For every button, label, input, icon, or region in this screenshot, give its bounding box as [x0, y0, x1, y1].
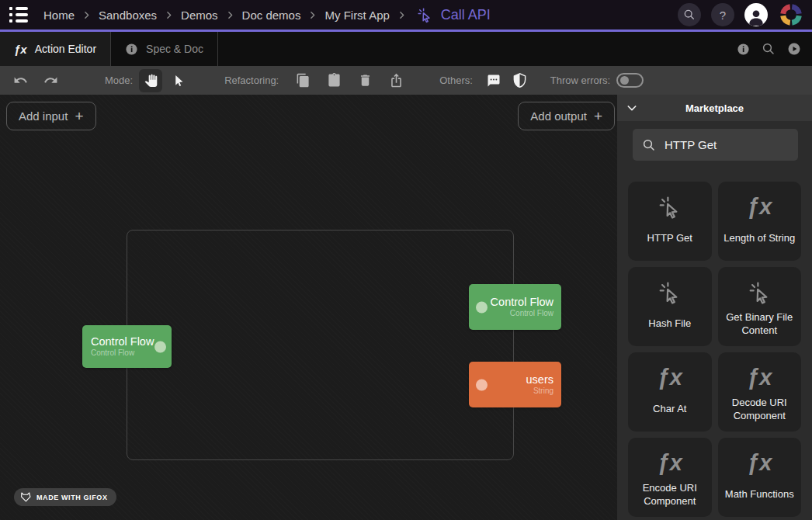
throw-errors-toggle[interactable]	[616, 73, 644, 88]
search-button[interactable]	[762, 42, 776, 56]
click-action-icon	[747, 279, 772, 305]
comments-button[interactable]	[487, 74, 501, 88]
mode-label: Mode:	[105, 75, 133, 86]
global-search-button[interactable]	[678, 3, 701, 26]
refactoring-label: Refactoring:	[224, 75, 279, 86]
marketplace-title: Marketplace	[617, 102, 812, 114]
chevron-down-icon	[626, 102, 638, 114]
topbar: Home Sandboxes Demos Doc demos My First …	[0, 0, 812, 32]
undo-icon	[13, 73, 28, 88]
chevron-right-icon	[225, 10, 235, 20]
marketplace-item-http-get[interactable]: HTTP Get	[628, 182, 712, 261]
marketplace-item-label: HTTP Get	[644, 220, 696, 261]
question-mark-icon: ?	[720, 9, 726, 22]
flow-boundary-rect	[127, 230, 514, 460]
marketplace-item-label: Encode URI Component	[628, 476, 712, 517]
info-icon	[737, 43, 750, 56]
tabbar: ƒx Action Editor Spec & Doc	[0, 32, 812, 66]
search-icon	[762, 42, 776, 56]
marketplace-header: Marketplace	[617, 95, 812, 121]
marketplace-item-label: Hash File	[644, 305, 695, 346]
marketplace-item-label: Get Binary File Content	[718, 305, 802, 346]
node-port[interactable]	[154, 341, 166, 352]
breadcrumb-item[interactable]: My First App	[324, 9, 389, 22]
cursor-arrow-icon	[172, 74, 186, 88]
fox-icon	[20, 492, 32, 502]
click-action-icon	[657, 279, 682, 305]
plus-icon: +	[594, 109, 602, 123]
page-title: Call API	[441, 7, 491, 23]
marketplace-item-hash-file[interactable]: Hash File	[628, 267, 712, 346]
export-button[interactable]	[389, 73, 404, 88]
undo-button[interactable]	[13, 73, 28, 88]
marketplace-item-decode-uri-component[interactable]: ƒx Decode URI Component	[718, 352, 802, 432]
marketplace-grid: HTTP Get ƒx Length of String Hash File G…	[628, 182, 801, 517]
toggle-knob	[620, 76, 629, 85]
flow-canvas[interactable]: Add input + Add output + Control Flow Co…	[0, 95, 617, 520]
tab-spec-and-doc[interactable]: Spec & Doc	[111, 32, 218, 66]
add-output-button[interactable]: Add output +	[518, 102, 615, 130]
play-icon	[787, 42, 801, 56]
marketplace-item-encode-uri-component[interactable]: ƒx Encode URI Component	[628, 438, 712, 517]
fx-icon: ƒx	[658, 449, 682, 476]
tab-label: Spec & Doc	[146, 43, 203, 55]
run-button[interactable]	[787, 42, 801, 56]
shield-icon	[512, 73, 527, 88]
plus-icon: +	[75, 109, 83, 123]
node-port[interactable]	[476, 301, 488, 313]
marketplace-panel: Marketplace HTTP Get ƒx Length of String…	[617, 95, 812, 520]
chevron-right-icon	[82, 10, 92, 20]
app-window: Home Sandboxes Demos Doc demos My First …	[0, 0, 812, 520]
tabbar-actions	[737, 32, 812, 66]
breadcrumb: Home Sandboxes Demos Doc demos My First …	[43, 9, 407, 22]
paste-icon	[327, 73, 342, 88]
toolbar: Mode: Refactoring: Others: Throw errors:	[0, 66, 812, 95]
redo-button[interactable]	[43, 73, 58, 88]
fx-icon: ƒx	[747, 364, 772, 390]
app-logo[interactable]	[778, 2, 804, 28]
marketplace-item-label: Length of String	[720, 220, 799, 261]
copy-button[interactable]	[296, 73, 311, 88]
copy-icon	[296, 73, 311, 88]
node-users-output[interactable]: users String	[469, 362, 561, 407]
node-control-flow-input[interactable]: Control Flow Control Flow	[82, 325, 172, 368]
person-icon	[746, 6, 766, 26]
marketplace-item-get-binary-file-content[interactable]: Get Binary File Content	[718, 267, 802, 346]
marketplace-item-math-functions[interactable]: ƒx Math Functions	[718, 438, 802, 517]
redo-icon	[43, 73, 58, 88]
paste-button[interactable]	[327, 73, 342, 88]
marketplace-item-char-at[interactable]: ƒx Char At	[628, 352, 712, 432]
marketplace-item-length-of-string[interactable]: ƒx Length of String	[718, 182, 802, 261]
select-tool-button[interactable]	[167, 69, 190, 92]
breadcrumb-current: Call API	[416, 6, 491, 23]
node-port[interactable]	[476, 379, 488, 390]
marketplace-search-input[interactable]	[665, 138, 789, 151]
marketplace-searchbox	[633, 129, 798, 161]
info-icon	[125, 43, 138, 56]
comment-icon	[487, 74, 501, 88]
menu-icon[interactable]	[9, 7, 29, 23]
add-input-label: Add input	[19, 109, 68, 123]
hand-tool-button[interactable]	[139, 69, 162, 92]
security-button[interactable]	[512, 73, 527, 88]
marketplace-item-label: Math Functions	[721, 476, 798, 517]
info-button[interactable]	[737, 43, 750, 56]
delete-button[interactable]	[358, 73, 373, 88]
tab-label: Action Editor	[35, 43, 96, 55]
fx-icon: ƒx	[658, 364, 682, 390]
trash-icon	[358, 73, 373, 88]
avatar[interactable]	[744, 3, 768, 26]
collapse-panel-button[interactable]	[626, 102, 638, 114]
node-control-flow-output[interactable]: Control Flow Control Flow	[469, 284, 561, 330]
breadcrumb-item[interactable]: Doc demos	[242, 9, 301, 22]
breadcrumb-item[interactable]: Home	[43, 9, 75, 22]
breadcrumb-item[interactable]: Sandboxes	[99, 9, 157, 22]
help-button[interactable]: ?	[711, 3, 734, 26]
chevron-right-icon	[397, 10, 407, 20]
search-icon	[642, 138, 656, 152]
topbar-actions: ?	[678, 2, 804, 28]
chevron-right-icon	[164, 10, 174, 20]
tab-action-editor[interactable]: ƒx Action Editor	[0, 32, 111, 66]
add-input-button[interactable]: Add input +	[6, 102, 96, 130]
breadcrumb-item[interactable]: Demos	[181, 9, 218, 22]
